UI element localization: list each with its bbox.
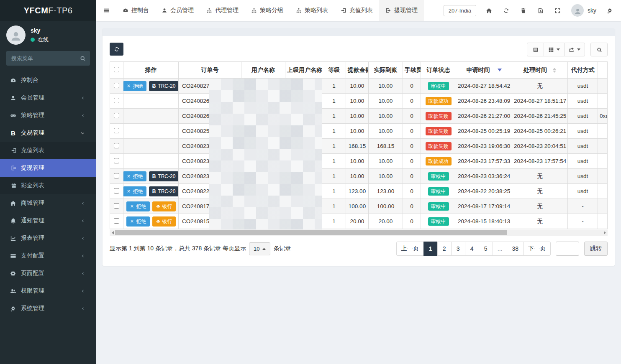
search-toggle-button[interactable] bbox=[590, 43, 608, 56]
fullscreen-button[interactable] bbox=[549, 0, 566, 21]
tab-members[interactable]: 会员管理 bbox=[155, 0, 200, 21]
sidebar-item-payment[interactable]: 支付配置 bbox=[0, 247, 96, 265]
page-1[interactable]: 1 bbox=[423, 242, 438, 256]
scroll-left-arrow-icon[interactable] bbox=[110, 229, 115, 236]
sign-in-icon bbox=[11, 148, 17, 153]
horizontal-scrollbar[interactable] bbox=[110, 229, 608, 236]
reject-button[interactable]: 拒绝 bbox=[123, 171, 146, 181]
row-checkbox[interactable] bbox=[114, 98, 119, 103]
bank-button[interactable]: 银行 bbox=[152, 216, 176, 227]
reject-button[interactable]: 拒绝 bbox=[123, 81, 146, 91]
tab-strategy-groups[interactable]: 策略分组 bbox=[245, 0, 290, 21]
sidebar-item-label: 提现管理 bbox=[21, 164, 44, 172]
scroll-right-arrow-icon[interactable] bbox=[602, 229, 608, 236]
row-checkbox[interactable] bbox=[114, 188, 119, 193]
sidebar-item-label: 彩金列表 bbox=[21, 182, 44, 189]
tab-recharge-list[interactable]: 充值列表 bbox=[334, 0, 379, 21]
trc20-button[interactable]: ɃTRC-20 bbox=[149, 186, 179, 196]
reject-button[interactable]: 拒绝 bbox=[126, 216, 150, 227]
row-checkbox[interactable] bbox=[114, 203, 119, 209]
table-row: CO2408250 1 10.00 10.00 0 取款失败 2024-08-2… bbox=[110, 124, 608, 139]
page-5[interactable]: 5 bbox=[479, 242, 493, 256]
nav-tabs: 控制台 会员管理 代理管理 策略分组 策略列表 充值列表 提现管理 bbox=[116, 0, 424, 21]
sidebar-item-members[interactable]: 会员管理 bbox=[0, 89, 96, 107]
navbar-user-menu[interactable]: sky bbox=[566, 4, 601, 17]
tab-agents[interactable]: 代理管理 bbox=[200, 0, 245, 21]
sidebar-item-permission[interactable]: 权限管理 bbox=[0, 282, 96, 300]
view-options-group bbox=[527, 43, 585, 56]
col-process-time[interactable]: 处理时间 bbox=[512, 62, 568, 79]
detail-view-button[interactable] bbox=[527, 43, 544, 56]
trc20-button[interactable]: ɃTRC-20 bbox=[149, 171, 179, 181]
person-icon bbox=[574, 8, 582, 15]
row-checkbox[interactable] bbox=[114, 173, 119, 178]
sidebar-search-input[interactable] bbox=[6, 51, 90, 66]
export-button[interactable] bbox=[564, 43, 585, 56]
col-actual: 实际到账 bbox=[369, 62, 403, 79]
dashboard-icon bbox=[10, 77, 16, 84]
sidebar-item-strategy[interactable]: 策略管理 bbox=[0, 107, 96, 124]
sidebar-item-mall[interactable]: 商城管理 bbox=[0, 194, 96, 212]
chevron-left-icon bbox=[80, 236, 85, 241]
page-size-dropdown[interactable]: 10 bbox=[249, 242, 270, 255]
status-badge: 审核中 bbox=[428, 187, 449, 196]
tab-withdraw-manage[interactable]: 提现管理 bbox=[379, 0, 424, 21]
col-parent-user: 上级用户名称 bbox=[285, 62, 322, 79]
sidebar-item-trade[interactable]: Ƀ交易管理 bbox=[0, 124, 96, 142]
user-name: sky bbox=[31, 27, 49, 34]
settings-icon bbox=[607, 8, 613, 14]
table-row: 拒绝ɃTRC-20 CO240827 1 10.00 10.00 0 审核中 2… bbox=[110, 79, 608, 94]
search-icon[interactable] bbox=[80, 55, 86, 61]
table-row: 拒绝银行 CO240815 1 20.00 20.00 0 审核中 2024-0… bbox=[110, 214, 608, 229]
trc20-button[interactable]: ɃTRC-20 bbox=[149, 81, 179, 91]
page-next[interactable]: 下一页 bbox=[523, 242, 551, 256]
page-3[interactable]: 3 bbox=[451, 242, 465, 256]
row-checkbox[interactable] bbox=[114, 158, 119, 163]
sort-desc-icon bbox=[498, 69, 502, 71]
row-checkbox[interactable] bbox=[114, 128, 119, 133]
sidebar-item-system[interactable]: 系统管理 bbox=[0, 300, 96, 317]
page-2[interactable]: 2 bbox=[437, 242, 452, 256]
reject-button[interactable]: 拒绝 bbox=[123, 186, 146, 196]
select-all-checkbox[interactable] bbox=[114, 67, 119, 72]
bank-button[interactable]: 银行 bbox=[152, 201, 176, 211]
clear-cache-button[interactable] bbox=[515, 0, 532, 21]
chevron-left-icon bbox=[80, 271, 85, 276]
row-checkbox[interactable] bbox=[114, 113, 119, 118]
sidebar-item-recharge-list[interactable]: 充值列表 bbox=[0, 142, 96, 159]
table-refresh-button[interactable] bbox=[110, 43, 123, 56]
page-4[interactable]: 4 bbox=[465, 242, 479, 256]
settings-button[interactable] bbox=[601, 0, 618, 21]
home-button[interactable] bbox=[480, 0, 498, 21]
reject-button[interactable]: 拒绝 bbox=[126, 201, 150, 211]
sidebar-item-withdraw-manage[interactable]: 提现管理 bbox=[0, 159, 96, 177]
withdraw-panel: 操作 订单号 用户名称 上级用户名称 等级 提款金额 实际到账 手续费 订单状态… bbox=[103, 28, 615, 266]
x-icon bbox=[130, 204, 134, 209]
tab-strategy-list[interactable]: 策略列表 bbox=[290, 0, 334, 21]
sidebar-item-notify[interactable]: 通知管理 bbox=[0, 212, 96, 229]
chevron-left-icon bbox=[80, 96, 85, 100]
refresh-button[interactable] bbox=[498, 0, 515, 21]
row-checkbox[interactable] bbox=[114, 83, 119, 88]
app-logo-bold: YFCM bbox=[24, 6, 49, 15]
sidebar-item-page-config[interactable]: 页面配置 bbox=[0, 265, 96, 282]
row-checkbox[interactable] bbox=[114, 143, 119, 148]
site-selector-button[interactable]: 207-India bbox=[444, 5, 476, 16]
sidebar-item-dashboard[interactable]: 控制台 bbox=[0, 71, 96, 89]
sidebar-toggle-button[interactable] bbox=[96, 0, 116, 21]
trash-icon bbox=[520, 8, 526, 14]
col-apply-time[interactable]: 申请时间 bbox=[456, 62, 512, 79]
page-38[interactable]: 38 bbox=[507, 242, 523, 256]
translate-button[interactable] bbox=[532, 0, 549, 21]
tab-dashboard[interactable]: 控制台 bbox=[116, 0, 155, 21]
jump-button[interactable]: 跳转 bbox=[584, 242, 608, 256]
row-checkbox[interactable] bbox=[114, 218, 119, 224]
navbar-user-name: sky bbox=[588, 7, 596, 14]
user-status: 在线 bbox=[31, 36, 49, 43]
columns-button[interactable] bbox=[544, 43, 565, 56]
page-prev[interactable]: 上一页 bbox=[396, 242, 424, 256]
sidebar-item-bonus-list[interactable]: 彩金列表 bbox=[0, 177, 96, 194]
sidebar-item-report[interactable]: 报表管理 bbox=[0, 229, 96, 247]
jump-page-input[interactable] bbox=[556, 242, 579, 256]
scrollbar-thumb[interactable] bbox=[115, 230, 507, 235]
